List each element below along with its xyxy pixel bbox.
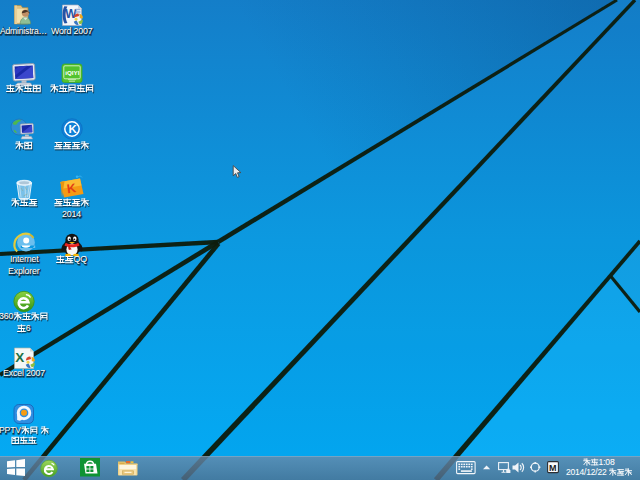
svg-text:X: X — [15, 350, 24, 365]
svg-text:Explorer: Explorer — [8, 266, 40, 276]
svg-text:K: K — [69, 123, 78, 135]
svg-text:2014: 2014 — [62, 209, 81, 219]
svg-text:PPTV: PPTV — [0, 425, 21, 435]
svg-text:2014/12/22: 2014/12/22 — [566, 467, 607, 477]
svg-text:QQ: QQ — [74, 255, 88, 265]
svg-text:M: M — [549, 463, 557, 473]
svg-text:360: 360 — [0, 312, 14, 322]
svg-text:Excel 2007: Excel 2007 — [3, 369, 45, 379]
svg-text:K: K — [66, 181, 77, 196]
svg-text:Internet: Internet — [10, 255, 39, 265]
svg-text:iQIYI: iQIYI — [65, 69, 79, 76]
svg-text:6: 6 — [26, 323, 31, 333]
svg-text:Word 2007: Word 2007 — [51, 27, 93, 37]
svg-text:Administra…: Administra… — [0, 26, 47, 36]
